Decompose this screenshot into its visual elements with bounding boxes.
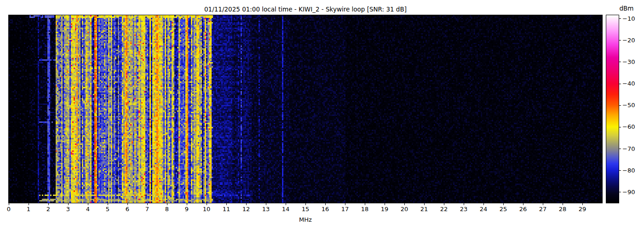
x-tick-mark — [523, 203, 523, 205]
colorbar-tick-mark — [619, 40, 621, 40]
x-tick-mark — [9, 203, 9, 205]
x-tick-label: 5 — [106, 206, 109, 213]
x-tick-mark — [444, 203, 444, 205]
x-tick-mark — [483, 203, 484, 205]
colorbar-tick-label: −90 — [622, 189, 635, 195]
x-tick-label: 24 — [480, 206, 488, 213]
x-tick-mark — [582, 203, 583, 205]
colorbar-unit-label: dBm — [617, 5, 636, 12]
x-tick-mark — [286, 203, 286, 205]
x-tick-label: 29 — [579, 206, 586, 213]
x-tick-label: 17 — [341, 206, 349, 213]
x-tick-label: 22 — [440, 206, 448, 213]
x-tick-label: 12 — [242, 206, 250, 213]
x-tick-label: 4 — [86, 206, 90, 213]
colorbar-tick-label: −10 — [622, 16, 635, 22]
colorbar-tick-label: −80 — [622, 167, 635, 173]
x-tick-label: 8 — [165, 206, 169, 213]
x-tick-mark — [385, 203, 385, 205]
colorbar-tick-label: −30 — [622, 59, 635, 65]
chart-title: 01/11/2025 01:00 local time - KIWI_2 - S… — [9, 6, 602, 13]
x-tick-label: 9 — [185, 206, 189, 213]
x-tick-label: 26 — [519, 206, 527, 213]
colorbar-tick-label: −50 — [622, 102, 635, 108]
x-tick-mark — [246, 203, 247, 205]
x-tick-label: 14 — [282, 206, 290, 213]
x-tick-mark — [167, 203, 167, 205]
colorbar-tick-mark — [619, 192, 621, 192]
x-tick-label: 21 — [420, 206, 428, 213]
x-tick-label: 2 — [46, 206, 50, 213]
waterfall-heatmap-canvas — [9, 15, 602, 203]
x-tick-label: 28 — [559, 206, 567, 213]
colorbar-tick-label: −60 — [622, 124, 635, 130]
x-tick-mark — [365, 203, 365, 205]
colorbar-tick-mark — [619, 149, 621, 149]
colorbar — [606, 15, 619, 203]
x-tick-mark — [29, 203, 29, 205]
x-tick-mark — [503, 203, 504, 205]
x-tick-label: 3 — [66, 206, 70, 213]
x-tick-mark — [404, 203, 405, 205]
colorbar-tick-mark — [619, 18, 621, 19]
x-tick-mark — [48, 203, 49, 205]
x-tick-label: 13 — [262, 206, 270, 213]
x-tick-mark — [226, 203, 227, 205]
x-tick-label: 27 — [539, 206, 547, 213]
x-tick-mark — [424, 203, 425, 205]
x-tick-label: 18 — [361, 206, 369, 213]
x-tick-label: 1 — [27, 206, 30, 213]
x-tick-mark — [147, 203, 148, 205]
colorbar-tick-mark — [619, 105, 621, 106]
spectrogram-figure: 01/11/2025 01:00 local time - KIWI_2 - S… — [0, 0, 644, 230]
x-axis-label: MHz — [9, 216, 602, 223]
x-tick-mark — [68, 203, 69, 205]
x-tick-label: 0 — [7, 206, 11, 213]
x-tick-label: 6 — [126, 206, 129, 213]
x-tick-mark — [464, 203, 464, 205]
colorbar-gradient-canvas — [606, 15, 619, 203]
x-tick-mark — [108, 203, 108, 205]
colorbar-tick-mark — [619, 170, 621, 171]
colorbar-tick-mark — [619, 127, 621, 127]
x-tick-mark — [543, 203, 543, 205]
x-tick-mark — [305, 203, 306, 205]
x-tick-mark — [207, 203, 207, 205]
x-tick-label: 16 — [322, 206, 329, 213]
x-tick-label: 7 — [145, 206, 149, 213]
x-tick-mark — [345, 203, 345, 205]
x-tick-label: 15 — [302, 206, 310, 213]
x-tick-mark — [325, 203, 326, 205]
x-tick-label: 23 — [460, 206, 468, 213]
x-tick-mark — [88, 203, 88, 205]
x-tick-label: 25 — [500, 206, 507, 213]
x-tick-mark — [266, 203, 266, 205]
x-tick-label: 11 — [223, 206, 230, 213]
waterfall-plot-area — [8, 15, 603, 203]
x-tick-label: 20 — [401, 206, 408, 213]
x-tick-label: 10 — [203, 206, 211, 213]
x-tick-mark — [563, 203, 563, 205]
x-tick-mark — [187, 203, 187, 205]
colorbar-tick-label: −20 — [622, 37, 635, 43]
x-tick-label: 19 — [381, 206, 389, 213]
x-tick-mark — [127, 203, 128, 205]
colorbar-tick-label: −70 — [622, 146, 635, 152]
colorbar-tick-mark — [619, 62, 621, 62]
colorbar-tick-label: −40 — [622, 80, 635, 86]
colorbar-tick-mark — [619, 84, 621, 84]
